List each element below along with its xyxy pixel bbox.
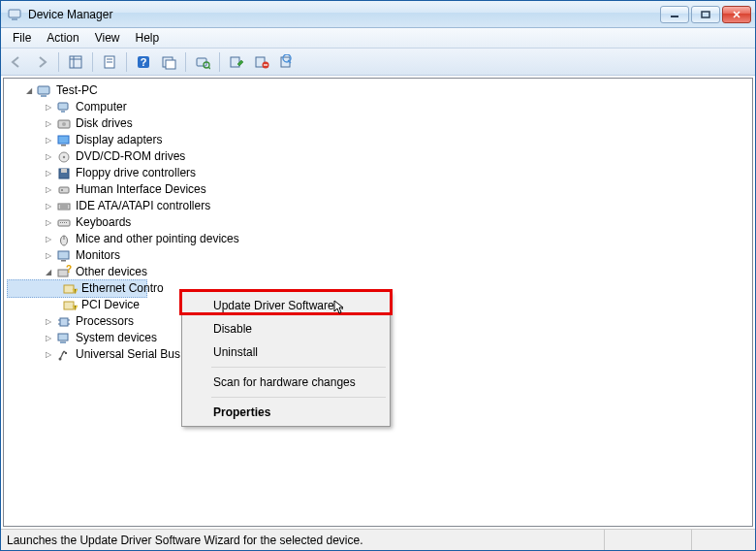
expand-icon[interactable]: ▷ bbox=[43, 135, 54, 146]
svg-rect-63 bbox=[58, 334, 68, 340]
expand-icon[interactable]: ▷ bbox=[43, 316, 54, 328]
toolbar-separator bbox=[185, 52, 186, 72]
menu-action[interactable]: Action bbox=[39, 29, 86, 47]
keyboard-icon bbox=[56, 215, 72, 231]
usb-icon bbox=[56, 347, 72, 363]
svg-rect-35 bbox=[61, 169, 67, 173]
tree-node-keyboards[interactable]: ▷ Keyboards bbox=[8, 214, 748, 231]
toolbar-separator bbox=[58, 52, 59, 72]
svg-rect-26 bbox=[58, 103, 68, 110]
uninstall-button[interactable] bbox=[250, 51, 273, 73]
svg-rect-36 bbox=[59, 187, 69, 193]
show-hide-tree-button[interactable] bbox=[64, 51, 87, 73]
system-device-icon bbox=[56, 331, 72, 346]
back-button[interactable] bbox=[5, 51, 28, 73]
tree-label: DVD/CD-ROM drives bbox=[76, 148, 185, 165]
svg-rect-15 bbox=[166, 60, 175, 69]
tree-node-ide[interactable]: ▷ IDE ATA/ATAPI controllers bbox=[8, 198, 748, 214]
tree-node-dvd-cdrom[interactable]: ▷ DVD/CD-ROM drives bbox=[8, 148, 748, 165]
tree-label: Processors bbox=[76, 313, 134, 330]
action-button[interactable] bbox=[157, 51, 180, 73]
expand-icon[interactable]: ▷ bbox=[43, 234, 54, 245]
minimize-button[interactable] bbox=[660, 6, 689, 23]
window-title: Device Manager bbox=[28, 8, 660, 21]
context-disable[interactable]: Disable bbox=[184, 317, 388, 340]
svg-point-37 bbox=[61, 189, 63, 191]
statusbar-cell bbox=[691, 530, 749, 550]
collapse-icon[interactable]: ◢ bbox=[23, 85, 35, 97]
tree-label: Monitors bbox=[76, 247, 120, 264]
svg-rect-44 bbox=[64, 222, 65, 223]
svg-rect-30 bbox=[58, 136, 69, 144]
svg-rect-45 bbox=[66, 222, 67, 223]
unknown-device-icon: ! bbox=[62, 281, 78, 297]
statusbar-cell bbox=[604, 530, 691, 550]
ide-icon bbox=[56, 199, 72, 214]
context-uninstall[interactable]: Uninstall bbox=[184, 340, 388, 364]
svg-rect-64 bbox=[60, 341, 66, 343]
update-driver-button[interactable] bbox=[225, 51, 248, 73]
expand-icon[interactable]: ▷ bbox=[43, 250, 54, 262]
tree-label: Test-PC bbox=[56, 82, 98, 99]
menu-view[interactable]: View bbox=[87, 29, 128, 47]
svg-rect-6 bbox=[70, 56, 81, 68]
expand-icon[interactable]: ▷ bbox=[43, 217, 54, 229]
monitor-icon bbox=[56, 248, 72, 264]
svg-text:?: ? bbox=[66, 265, 72, 275]
disable-button[interactable] bbox=[275, 51, 299, 73]
device-tree-area: ◢ Test-PC ▷ Computer ▷ Disk drives ▷ Dis… bbox=[3, 78, 753, 527]
expand-icon[interactable]: ▷ bbox=[43, 184, 54, 196]
properties-button[interactable] bbox=[98, 51, 121, 73]
context-properties[interactable]: Properties bbox=[184, 401, 388, 424]
tree-root[interactable]: ◢ Test-PC bbox=[8, 82, 748, 99]
context-separator bbox=[211, 397, 386, 398]
tree-label: Mice and other pointing devices bbox=[76, 231, 239, 247]
context-scan-hardware[interactable]: Scan for hardware changes bbox=[184, 371, 388, 394]
tree-label: Floppy drive controllers bbox=[76, 165, 196, 181]
forward-button[interactable] bbox=[30, 51, 53, 73]
mouse-icon bbox=[56, 232, 72, 247]
tree-node-monitors[interactable]: ▷ Monitors bbox=[8, 247, 748, 264]
toolbar-separator bbox=[219, 52, 220, 72]
tree-label: Display adapters bbox=[76, 132, 162, 148]
toolbar-separator bbox=[92, 52, 93, 72]
toolbar: ? bbox=[1, 49, 755, 76]
scan-hardware-button[interactable] bbox=[191, 51, 214, 73]
tree-node-display-adapters[interactable]: ▷ Display adapters bbox=[8, 132, 748, 148]
tree-label: Keyboards bbox=[76, 214, 131, 231]
help-button[interactable]: ? bbox=[132, 51, 155, 73]
tree-node-disk-drives[interactable]: ▷ Disk drives bbox=[8, 115, 748, 132]
tree-label: Other devices bbox=[76, 264, 147, 280]
expand-icon[interactable]: ▷ bbox=[43, 102, 54, 113]
other-devices-icon: ? bbox=[56, 265, 72, 280]
close-button[interactable] bbox=[722, 6, 751, 23]
tree-node-mice[interactable]: ▷ Mice and other pointing devices bbox=[8, 231, 748, 247]
svg-rect-49 bbox=[61, 260, 66, 262]
context-update-driver[interactable]: Update Driver Software... bbox=[184, 294, 388, 317]
collapse-icon[interactable]: ◢ bbox=[43, 267, 54, 278]
menu-file[interactable]: File bbox=[5, 29, 39, 47]
window-controls bbox=[660, 6, 751, 23]
expand-icon[interactable]: ▷ bbox=[43, 151, 54, 163]
expand-icon[interactable]: ▷ bbox=[43, 118, 54, 130]
tree-node-floppy[interactable]: ▷ Floppy drive controllers bbox=[8, 165, 748, 181]
expand-icon[interactable]: ▷ bbox=[43, 349, 54, 361]
computer-icon bbox=[37, 83, 52, 99]
tree-node-other-devices[interactable]: ◢ ? Other devices bbox=[8, 264, 748, 280]
svg-rect-48 bbox=[58, 251, 69, 259]
tree-label: Computer bbox=[76, 99, 127, 115]
svg-rect-66 bbox=[65, 352, 67, 354]
display-adapter-icon bbox=[56, 133, 72, 148]
tree-node-computer[interactable]: ▷ Computer bbox=[8, 99, 748, 115]
tree-label: Ethernet Contro bbox=[81, 280, 164, 297]
titlebar: Device Manager bbox=[1, 1, 755, 28]
dvd-icon bbox=[56, 149, 72, 165]
expand-icon[interactable]: ▷ bbox=[43, 333, 54, 344]
tree-node-hid[interactable]: ▷ Human Interface Devices bbox=[8, 181, 748, 198]
maximize-button[interactable] bbox=[691, 6, 720, 23]
tree-node-ethernet-controller[interactable]: ! Ethernet Contro bbox=[7, 279, 147, 298]
expand-icon[interactable]: ▷ bbox=[43, 168, 54, 179]
expand-icon[interactable]: ▷ bbox=[43, 201, 54, 212]
menu-help[interactable]: Help bbox=[128, 29, 168, 47]
tree-label: IDE ATA/ATAPI controllers bbox=[76, 198, 210, 214]
